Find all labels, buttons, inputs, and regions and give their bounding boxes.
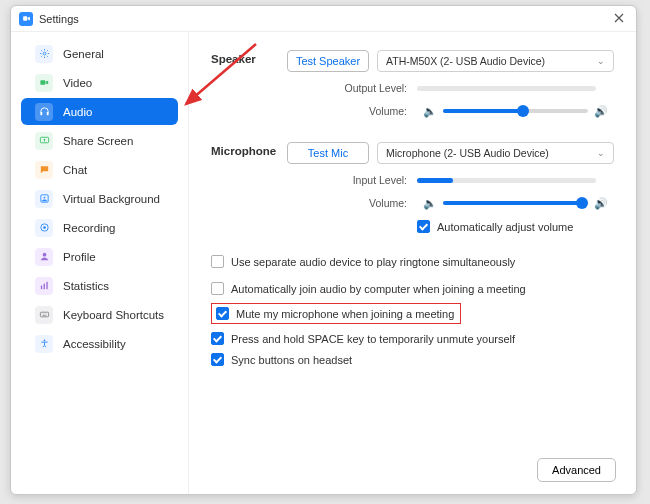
sidebar-item-profile[interactable]: Profile xyxy=(21,243,178,270)
svg-rect-2 xyxy=(40,80,45,85)
sidebar-item-keyboard-shortcuts[interactable]: Keyboard Shortcuts xyxy=(21,301,178,328)
advanced-button[interactable]: Advanced xyxy=(537,458,616,482)
speaker-heading: Speaker xyxy=(211,50,287,128)
share-screen-icon xyxy=(35,132,53,150)
accessibility-icon xyxy=(35,335,53,353)
auto-join-audio-label: Automatically join audio by computer whe… xyxy=(231,283,526,295)
sidebar-item-label: Keyboard Shortcuts xyxy=(63,309,164,321)
svg-rect-11 xyxy=(40,286,41,290)
close-button[interactable] xyxy=(610,11,628,26)
svg-point-15 xyxy=(43,339,45,341)
titlebar: Settings xyxy=(11,6,636,32)
main-panel: Speaker Test Speaker ATH-M50X (2- USB Au… xyxy=(189,32,636,494)
app-icon xyxy=(19,12,33,26)
auto-adjust-volume-checkbox[interactable] xyxy=(417,220,430,233)
svg-rect-13 xyxy=(46,282,47,289)
svg-point-10 xyxy=(42,253,46,257)
volume-high-icon: 🔊 xyxy=(594,105,608,118)
svg-rect-0 xyxy=(23,16,27,21)
svg-point-1 xyxy=(43,52,46,55)
chat-icon xyxy=(35,161,53,179)
sync-headset-label: Sync buttons on headset xyxy=(231,354,352,366)
statistics-icon xyxy=(35,277,53,295)
sidebar-item-label: Video xyxy=(63,77,92,89)
space-unmute-label: Press and hold SPACE key to temporarily … xyxy=(231,333,515,345)
svg-rect-3 xyxy=(40,112,42,115)
mic-device-dropdown[interactable]: Microphone (2- USB Audio Device) ⌄ xyxy=(377,142,614,164)
sidebar-item-virtual-background[interactable]: Virtual Background xyxy=(21,185,178,212)
mute-on-join-checkbox[interactable] xyxy=(216,307,229,320)
sidebar-item-share-screen[interactable]: Share Screen xyxy=(21,127,178,154)
mute-on-join-highlight: Mute my microphone when joining a meetin… xyxy=(211,303,461,324)
speaker-volume-slider[interactable] xyxy=(443,104,588,118)
mic-volume-label: Volume: xyxy=(287,197,417,209)
chevron-down-icon: ⌄ xyxy=(597,56,605,66)
sidebar: General Video Audio Share Screen Chat Vi… xyxy=(11,32,189,494)
video-icon xyxy=(35,74,53,92)
background-icon xyxy=(35,190,53,208)
auto-join-audio-checkbox[interactable] xyxy=(211,282,224,295)
gear-icon xyxy=(35,45,53,63)
separate-ringtone-checkbox[interactable] xyxy=(211,255,224,268)
volume-low-icon: 🔈 xyxy=(423,105,437,118)
mic-device-value: Microphone (2- USB Audio Device) xyxy=(386,147,549,159)
sidebar-item-label: Share Screen xyxy=(63,135,133,147)
auto-adjust-volume-label: Automatically adjust volume xyxy=(437,221,573,233)
speaker-device-value: ATH-M50X (2- USB Audio Device) xyxy=(386,55,545,67)
space-unmute-checkbox[interactable] xyxy=(211,332,224,345)
profile-icon xyxy=(35,248,53,266)
sidebar-item-label: General xyxy=(63,48,104,60)
chevron-down-icon: ⌄ xyxy=(597,148,605,158)
close-icon xyxy=(614,13,624,23)
sidebar-item-label: Virtual Background xyxy=(63,193,160,205)
microphone-heading: Microphone xyxy=(211,142,287,241)
sidebar-item-label: Recording xyxy=(63,222,115,234)
sidebar-item-audio[interactable]: Audio xyxy=(21,98,178,125)
sidebar-item-label: Audio xyxy=(63,106,92,118)
svg-rect-4 xyxy=(46,112,48,115)
keyboard-icon xyxy=(35,306,53,324)
sidebar-item-label: Profile xyxy=(63,251,96,263)
svg-point-7 xyxy=(43,197,45,199)
sidebar-item-recording[interactable]: Recording xyxy=(21,214,178,241)
input-level-meter xyxy=(417,178,596,183)
speaker-volume-label: Volume: xyxy=(287,105,417,117)
recording-icon xyxy=(35,219,53,237)
svg-rect-14 xyxy=(40,312,48,317)
window-title: Settings xyxy=(39,13,79,25)
speaker-device-dropdown[interactable]: ATH-M50X (2- USB Audio Device) ⌄ xyxy=(377,50,614,72)
sidebar-item-video[interactable]: Video xyxy=(21,69,178,96)
svg-point-9 xyxy=(43,226,46,229)
volume-low-icon: 🔈 xyxy=(423,197,437,210)
mute-on-join-label: Mute my microphone when joining a meetin… xyxy=(236,308,454,320)
output-level-meter xyxy=(417,86,596,91)
test-mic-button[interactable]: Test Mic xyxy=(287,142,369,164)
volume-high-icon: 🔊 xyxy=(594,197,608,210)
sidebar-item-label: Statistics xyxy=(63,280,109,292)
svg-rect-12 xyxy=(43,284,44,290)
sidebar-item-general[interactable]: General xyxy=(21,40,178,67)
sidebar-item-statistics[interactable]: Statistics xyxy=(21,272,178,299)
input-level-label: Input Level: xyxy=(287,174,417,186)
sync-headset-checkbox[interactable] xyxy=(211,353,224,366)
test-speaker-button[interactable]: Test Speaker xyxy=(287,50,369,72)
settings-window: Settings General Video Audio Share Scree… xyxy=(10,5,637,495)
sidebar-item-label: Chat xyxy=(63,164,87,176)
sidebar-item-label: Accessibility xyxy=(63,338,126,350)
headphones-icon xyxy=(35,103,53,121)
output-level-label: Output Level: xyxy=(287,82,417,94)
sidebar-item-chat[interactable]: Chat xyxy=(21,156,178,183)
mic-volume-slider[interactable] xyxy=(443,196,588,210)
sidebar-item-accessibility[interactable]: Accessibility xyxy=(21,330,178,357)
separate-ringtone-label: Use separate audio device to play ringto… xyxy=(231,256,515,268)
